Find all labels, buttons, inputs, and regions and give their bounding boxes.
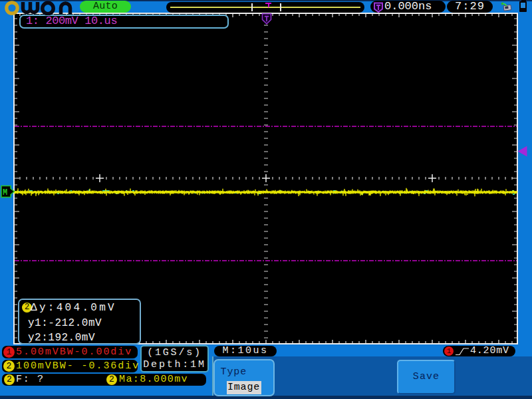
svg-text:M: M (3, 188, 7, 198)
